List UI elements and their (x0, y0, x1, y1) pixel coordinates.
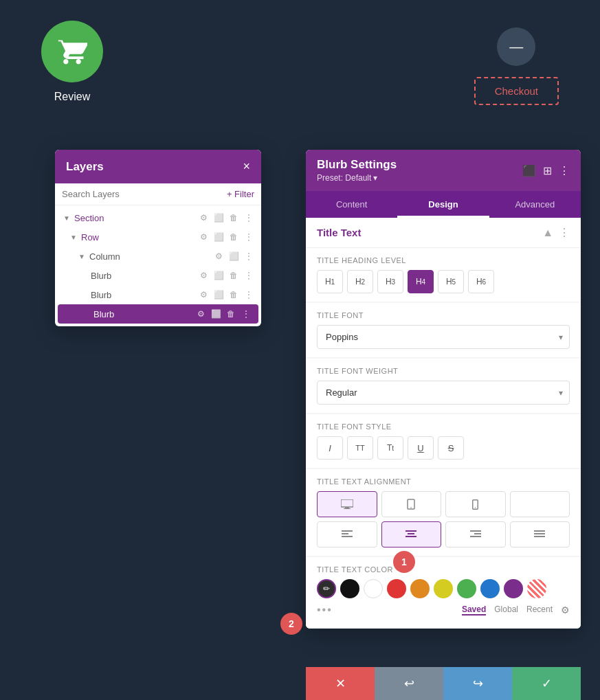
color-purple-button[interactable] (504, 579, 523, 598)
color-yellow-button[interactable] (434, 579, 453, 598)
tab-advanced[interactable]: Advanced (489, 191, 581, 218)
h5-button[interactable]: H5 (438, 270, 464, 293)
align-justify-button[interactable] (510, 521, 570, 547)
h3-button[interactable]: H3 (377, 270, 403, 293)
h4-button[interactable]: H4 (408, 270, 434, 293)
title-text-more-icon[interactable]: ⋮ (559, 226, 570, 239)
align-center-button[interactable] (381, 521, 442, 547)
underline-button[interactable]: U (408, 436, 434, 460)
blurb2-more-icon[interactable]: ⋮ (243, 289, 254, 300)
blurb-settings-more-icon[interactable]: ⋮ (559, 164, 570, 177)
blurb3-more-icon[interactable]: ⋮ (241, 308, 252, 319)
row-trash-icon[interactable]: 🗑 (228, 232, 239, 242)
minus-button[interactable]: — (497, 27, 535, 66)
redo-button[interactable]: ↪ (443, 667, 512, 700)
more-colors-icon[interactable]: ••• (317, 604, 333, 616)
section-copy-icon[interactable]: ⬜ (213, 212, 224, 223)
align-tablet-button[interactable] (381, 491, 442, 517)
cancel-button[interactable]: ✕ (306, 667, 375, 700)
layer-blurb-1[interactable]: Blurb ⚙ ⬜ 🗑 ⋮ (55, 266, 261, 285)
settings-tabs: Content Design Advanced (306, 191, 581, 218)
color-blue-button[interactable] (480, 579, 500, 598)
blurb2-gear-icon[interactable]: ⚙ (198, 289, 209, 300)
svg-rect-9 (342, 536, 353, 537)
layer-section[interactable]: ▼ Section ⚙ ⬜ 🗑 ⋮ (55, 208, 261, 227)
layer-row[interactable]: ▼ Row ⚙ ⬜ 🗑 ⋮ (55, 227, 261, 247)
saved-tab[interactable]: Saved (462, 605, 486, 616)
blurb1-more-icon[interactable]: ⋮ (243, 270, 254, 281)
row-gear-icon[interactable]: ⚙ (198, 232, 209, 242)
h6-button[interactable]: H6 (468, 270, 494, 293)
svg-rect-8 (342, 533, 348, 534)
strikethrough-button[interactable]: S (438, 436, 464, 460)
capitalize-button[interactable]: Tt (377, 436, 403, 460)
blurb3-copy-icon[interactable]: ⬜ (210, 308, 221, 319)
color-orange-button[interactable] (410, 579, 430, 598)
title-font-weight-label: Title Font Weight (317, 367, 570, 375)
section-more-icon[interactable]: ⋮ (243, 212, 254, 223)
section-trash-icon[interactable]: 🗑 (228, 212, 239, 223)
blurb2-copy-icon[interactable]: ⬜ (213, 289, 224, 300)
blurb-header-icons: ⬛ ⊞ ⋮ (522, 164, 570, 177)
uppercase-button[interactable]: TT (347, 436, 373, 460)
layers-close-button[interactable]: × (243, 159, 250, 174)
title-font-label: Title Font (317, 311, 570, 319)
color-custom-button[interactable] (527, 579, 546, 598)
checkout-button[interactable]: Checkout (474, 77, 559, 105)
blurb-preset[interactable]: Preset: Default ▾ (317, 173, 397, 183)
align-desktop-button[interactable] (317, 491, 377, 517)
color-green-button[interactable] (457, 579, 476, 598)
column-gear-icon[interactable]: ⚙ (213, 251, 224, 262)
column-copy-icon[interactable]: ⬜ (228, 251, 239, 262)
align-left-button[interactable] (317, 521, 377, 547)
column-more-icon[interactable]: ⋮ (243, 251, 254, 262)
row-more-icon[interactable]: ⋮ (243, 232, 254, 242)
layers-search-bar: + Filter (55, 183, 261, 205)
layer-column[interactable]: ▼ Column ⚙ ⬜ ⋮ (55, 247, 261, 266)
blurb-settings-columns-icon[interactable]: ⊞ (543, 164, 552, 177)
blurb2-trash-icon[interactable]: 🗑 (228, 289, 239, 300)
row-copy-icon[interactable]: ⬜ (213, 232, 224, 242)
align-phone-button[interactable] (445, 491, 506, 517)
blurb1-gear-icon[interactable]: ⚙ (198, 270, 209, 281)
layers-panel: Layers × + Filter ▼ Section ⚙ ⬜ 🗑 ⋮ ▼ Ro… (55, 150, 261, 326)
blurb3-gear-icon[interactable]: ⚙ (195, 308, 206, 319)
h2-button[interactable]: H2 (347, 270, 373, 293)
blurb3-trash-icon[interactable]: 🗑 (225, 308, 236, 319)
alignment-device-group (317, 491, 570, 517)
layer-blurb-2[interactable]: Blurb ⚙ ⬜ 🗑 ⋮ (55, 285, 261, 304)
tab-content[interactable]: Content (306, 191, 397, 218)
align-right-button[interactable] (445, 521, 506, 547)
layers-content: ▼ Section ⚙ ⬜ 🗑 ⋮ ▼ Row ⚙ ⬜ 🗑 ⋮ ▼ Column (55, 205, 261, 326)
blurb1-copy-icon[interactable]: ⬜ (213, 270, 224, 281)
color-pencil-button[interactable]: ✏ (317, 579, 336, 598)
italic-button[interactable]: I (317, 436, 343, 460)
undo-button[interactable]: ↩ (375, 667, 443, 700)
recent-tab[interactable]: Recent (526, 605, 553, 616)
blurb-settings-screen-icon[interactable]: ⬛ (522, 164, 536, 177)
text-alignment-label: Title Text Alignment (317, 477, 570, 486)
layers-search-input[interactable] (62, 189, 221, 199)
title-font-weight-select-wrapper: Regular Bold Light ▾ (317, 381, 570, 405)
cart-icon (41, 21, 103, 82)
color-black-button[interactable] (340, 579, 359, 598)
blurb3-name: Blurb (93, 309, 195, 319)
h1-button[interactable]: H1 (317, 270, 343, 293)
blurb-body: Title Text ▲ ⋮ Title Heading Level H1 H2… (306, 218, 581, 629)
color-tabs: Saved Global Recent ⚙ (462, 605, 570, 616)
color-white-button[interactable] (364, 579, 383, 598)
title-font-select[interactable]: Poppins Roboto Open Sans (317, 325, 570, 349)
section-gear-icon[interactable]: ⚙ (198, 212, 209, 223)
align-justify-icon (534, 530, 545, 539)
global-tab[interactable]: Global (494, 605, 518, 616)
blurb1-trash-icon[interactable]: 🗑 (228, 270, 239, 281)
title-font-weight-select[interactable]: Regular Bold Light (317, 381, 570, 405)
color-settings-icon[interactable]: ⚙ (561, 605, 570, 616)
filter-button[interactable]: + Filter (227, 189, 254, 199)
tab-design[interactable]: Design (397, 191, 489, 218)
color-red-button[interactable] (387, 579, 406, 598)
save-button[interactable]: ✓ (512, 667, 581, 700)
review-label: Review (54, 91, 90, 103)
layer-blurb-3-active[interactable]: Blurb ⚙ ⬜ 🗑 ⋮ (58, 304, 258, 324)
title-text-collapse-icon[interactable]: ▲ (542, 227, 553, 239)
